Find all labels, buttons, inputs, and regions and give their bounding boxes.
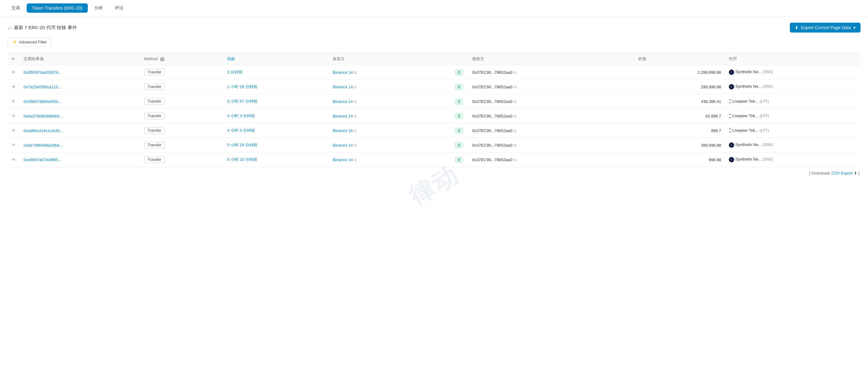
- to-copy-icon[interactable]: ⧉: [514, 100, 517, 104]
- from-copy-icon[interactable]: ⧉: [354, 143, 357, 147]
- row-eye-icon[interactable]: 👁: [11, 70, 16, 75]
- footer-close-bracket: ]: [858, 171, 859, 175]
- direction-badge: 进: [455, 157, 463, 163]
- from-copy-icon[interactable]: ⧉: [354, 114, 357, 119]
- value-cell: 438,386.41: [634, 94, 725, 109]
- block-age[interactable]: 3 分钟前: [227, 70, 243, 74]
- block-age[interactable]: 1 小时 29 分钟前: [227, 84, 257, 89]
- from-address[interactable]: Binance 14: [333, 70, 353, 75]
- transfers-table: 👁 交易哈希值 Method ? 块龄 发送方 接收方 价值 代币 👁0x0f5…: [7, 53, 861, 167]
- method-badge: Transfer: [144, 112, 165, 120]
- to-copy-icon[interactable]: ⧉: [514, 158, 517, 162]
- token-name[interactable]: Livepeer Tok...: [733, 128, 758, 132]
- direction-badge: 进: [455, 99, 463, 104]
- token-icon: ⁚⁚: [729, 128, 731, 133]
- row-eye-icon[interactable]: 👁: [11, 99, 16, 104]
- tx-hash-link[interactable]: 0xad85cd14c1cecfd...: [24, 128, 63, 133]
- export-icon: ⬇: [795, 25, 799, 30]
- token-symbol: (LPT): [760, 128, 769, 132]
- method-info-icon[interactable]: ?: [160, 57, 164, 61]
- from-copy-icon[interactable]: ⧉: [354, 158, 357, 162]
- to-copy-icon[interactable]: ⧉: [514, 85, 517, 89]
- tab-comments[interactable]: 评论: [110, 3, 129, 13]
- col-header-from: 发送方: [329, 53, 450, 65]
- tx-hash-link[interactable]: 0xde7996468a28bd...: [24, 143, 63, 147]
- value-cell: 62,999.7: [634, 109, 725, 123]
- advanced-filter-button[interactable]: ⚡ Advanced Filter: [7, 37, 52, 46]
- row-eye-icon[interactable]: 👁: [11, 157, 16, 162]
- from-address[interactable]: Binance 14: [333, 158, 353, 162]
- col-header-block: 块龄: [223, 53, 329, 65]
- method-badge: Transfer: [144, 156, 165, 163]
- token-symbol: (SNX): [763, 157, 773, 162]
- block-age[interactable]: 5 小时 29 分钟前: [227, 143, 257, 147]
- table-row: 👁0x36b67d68fa4354...Transfer3 小时 57 分钟前B…: [7, 94, 861, 109]
- value-cell: 999.7: [634, 123, 725, 138]
- value-cell: 299,998.98: [634, 80, 725, 94]
- from-address[interactable]: Binance 14: [333, 84, 353, 89]
- token-icon: ⁚⁚: [729, 99, 731, 104]
- block-age[interactable]: 4 小时 3 分钟前: [227, 113, 255, 118]
- direction-badge: 进: [455, 142, 463, 148]
- token-name[interactable]: Synthetix Ne...: [736, 84, 762, 89]
- to-copy-icon[interactable]: ⧉: [514, 70, 517, 75]
- table-row: 👁0xe8967a67448f85...Transfer5 小时 33 分钟前B…: [7, 153, 861, 167]
- tx-hash-link[interactable]: 0x36b67d68fa4354...: [24, 99, 61, 104]
- col-header-method: Method ?: [141, 53, 223, 65]
- token-icon: ✕: [729, 69, 734, 75]
- token-name[interactable]: Livepeer Tok...: [733, 99, 758, 103]
- tab-analytics[interactable]: 分析: [89, 3, 108, 13]
- row-eye-icon[interactable]: 👁: [11, 128, 16, 133]
- download-arrow-icon: ⬇: [854, 171, 857, 175]
- to-address: 0x37EC90...78652aa0: [472, 128, 512, 133]
- from-copy-icon[interactable]: ⧉: [354, 70, 357, 75]
- token-name[interactable]: Synthetix Ne...: [736, 157, 762, 162]
- from-address[interactable]: Binance 14: [333, 143, 353, 147]
- block-age[interactable]: 4 小时 5 分钟前: [227, 128, 255, 133]
- row-eye-icon[interactable]: 👁: [11, 84, 16, 89]
- method-badge: Transfer: [144, 142, 165, 148]
- from-copy-icon[interactable]: ⧉: [354, 100, 357, 104]
- from-address[interactable]: Binance 14: [333, 114, 353, 119]
- tx-hash-link[interactable]: 0x6a37d0d04dbb6d...: [24, 114, 63, 119]
- tab-transactions[interactable]: 交易: [6, 3, 25, 13]
- from-address[interactable]: Binance 14: [333, 99, 353, 104]
- table-row: 👁0x6a37d0d04dbb6d...Transfer4 小时 3 分钟前Bi…: [7, 109, 861, 123]
- token-name[interactable]: Synthetix Ne...: [736, 69, 762, 74]
- token-name[interactable]: Livepeer Tok...: [733, 113, 758, 118]
- token-symbol: (SNX): [763, 84, 773, 89]
- block-age[interactable]: 3 小时 57 分钟前: [227, 99, 257, 104]
- token-name[interactable]: Synthetix Ne...: [736, 142, 762, 147]
- tab-token-transfers[interactable]: Token Transfers (ERC-20): [27, 3, 88, 13]
- title-row: ↓↑ 最新 7 ERC-20 代币 转移 事件 ⬇ Export Current…: [7, 23, 861, 33]
- token-icon: ✕: [729, 84, 734, 90]
- to-copy-icon[interactable]: ⧉: [514, 143, 517, 147]
- row-eye-icon[interactable]: 👁: [11, 113, 16, 119]
- tx-hash-link[interactable]: 0xe8967a67448f85...: [24, 158, 61, 162]
- table-row: 👁0xad85cd14c1cecfd...Transfer4 小时 5 分钟前B…: [7, 123, 861, 138]
- col-header-token: 代币: [725, 53, 861, 65]
- tx-hash-link[interactable]: 0x7a23e03f0ca113...: [24, 84, 61, 89]
- from-address[interactable]: Binance 16: [333, 128, 353, 133]
- main-content: ↓↑ 最新 7 ERC-20 代币 转移 事件 ⬇ Export Current…: [0, 16, 868, 183]
- to-copy-icon[interactable]: ⧉: [514, 114, 517, 119]
- to-address: 0x37EC90...78652aa0: [472, 158, 512, 162]
- table-row: 👁0x0f5097dad33874...Transfer3 分钟前Binance…: [7, 65, 861, 80]
- block-age[interactable]: 5 小时 33 分钟前: [227, 157, 257, 162]
- csv-export-link[interactable]: CSV Export: [831, 171, 852, 175]
- eye-header-icon: 👁: [11, 57, 15, 61]
- export-button[interactable]: ⬇ Export Current Page Data ▾: [790, 23, 861, 33]
- from-copy-icon[interactable]: ⧉: [354, 129, 357, 133]
- from-copy-icon[interactable]: ⧉: [354, 85, 357, 89]
- token-symbol: (SNX): [763, 143, 773, 147]
- download-label: [ Download:: [809, 171, 831, 175]
- table-row: 👁0x7a23e03f0ca113...Transfer1 小时 29 分钟前B…: [7, 80, 861, 94]
- filter-icon: ⚡: [12, 40, 17, 44]
- row-eye-icon[interactable]: 👁: [11, 143, 16, 147]
- to-address: 0x37EC90...78652aa0: [472, 99, 512, 104]
- filter-label: Advanced Filter: [19, 40, 47, 44]
- tx-hash-link[interactable]: 0x0f5097dad33874...: [24, 70, 61, 75]
- token-symbol: (LPT): [760, 99, 769, 103]
- to-copy-icon[interactable]: ⧉: [514, 129, 517, 133]
- to-address: 0x37EC90...78652aa0: [472, 84, 512, 89]
